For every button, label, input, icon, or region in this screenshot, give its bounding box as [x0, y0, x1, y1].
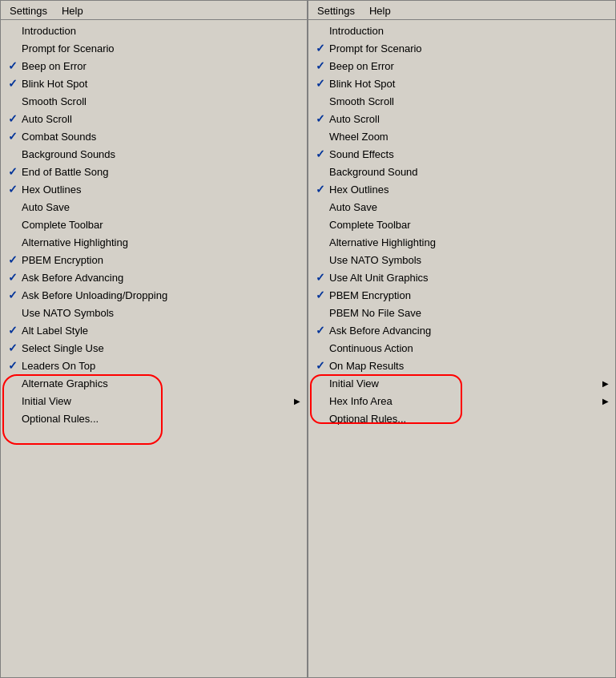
- menu-item-on-map-results[interactable]: ✓On Map Results: [308, 357, 615, 374]
- check-area: ✓: [4, 324, 22, 337]
- check-area: ✓: [4, 59, 22, 72]
- circled-group: Alternate GraphicsInitial View▶Optional …: [1, 374, 307, 427]
- left-panel: Settings Help IntroductionPrompt for Sce…: [0, 0, 308, 678]
- menu-item-label: Prompt for Scenario: [22, 42, 300, 54]
- menu-item-pbem-no-file-save[interactable]: PBEM No File Save: [308, 304, 615, 321]
- right-panel: Settings Help Introduction✓Prompt for Sc…: [308, 0, 616, 678]
- menu-item-alt-label-style[interactable]: ✓Alt Label Style: [1, 321, 307, 339]
- check-area: ✓: [312, 42, 329, 54]
- menu-item-prompt-for-scenario[interactable]: Prompt for Scenario: [1, 39, 307, 57]
- menu-item-optional-rules---[interactable]: Optional Rules...: [308, 410, 615, 427]
- check-area: ✓: [4, 130, 22, 143]
- menu-item-label: Smooth Scroll: [329, 95, 609, 107]
- menu-item-pbem-encryption[interactable]: ✓PBEM Encryption: [308, 286, 615, 304]
- check-area: ✓: [312, 112, 329, 125]
- checkmark-icon: ✓: [316, 112, 325, 125]
- menu-item-end-of-battle-song[interactable]: ✓End of Battle Song: [1, 163, 307, 180]
- menu-item-auto-save[interactable]: Auto Save: [1, 198, 307, 216]
- menu-item-label: Ask Before Unloading/Dropping: [22, 289, 300, 301]
- menu-item-beep-on-error[interactable]: ✓Beep on Error: [308, 57, 615, 75]
- checkmark-icon: ✓: [8, 341, 18, 354]
- menu-item-leaders-on-top[interactable]: ✓Leaders On Top: [1, 357, 307, 374]
- check-area: ✓: [4, 289, 22, 301]
- menu-item-ask-before-advancing[interactable]: ✓Ask Before Advancing: [1, 268, 307, 286]
- right-settings-menu[interactable]: Settings: [310, 2, 362, 19]
- menu-item-complete-toolbar[interactable]: Complete Toolbar: [308, 216, 615, 233]
- menu-item-label: Introduction: [22, 25, 300, 37]
- menu-item-prompt-for-scenario[interactable]: ✓Prompt for Scenario: [308, 39, 615, 57]
- menu-item-initial-view[interactable]: Initial View▶: [308, 374, 615, 392]
- menu-item-label: Smooth Scroll: [22, 95, 300, 107]
- menu-item-blink-hot-spot[interactable]: ✓Blink Hot Spot: [308, 75, 615, 92]
- menu-item-initial-view[interactable]: Initial View▶: [1, 392, 307, 410]
- menu-item-label: Hex Outlines: [22, 184, 300, 196]
- left-settings-menu[interactable]: Settings: [2, 2, 54, 19]
- menu-item-select-single-use[interactable]: ✓Select Single Use: [1, 339, 307, 357]
- menu-item-complete-toolbar[interactable]: Complete Toolbar: [1, 216, 307, 233]
- menu-item-introduction[interactable]: Introduction: [1, 22, 307, 39]
- menu-item-background-sound[interactable]: Background Sound: [308, 163, 615, 180]
- menu-item-label: Use NATO Symbols: [22, 307, 300, 319]
- menu-item-use-alt-unit-graphics[interactable]: ✓Use Alt Unit Graphics: [308, 268, 615, 286]
- menu-item-label: On Map Results: [329, 360, 609, 372]
- menu-item-beep-on-error[interactable]: ✓Beep on Error: [1, 57, 307, 75]
- menu-item-ask-before-unloading-dropping[interactable]: ✓Ask Before Unloading/Dropping: [1, 286, 307, 304]
- menu-item-label: Sound Effects: [329, 148, 609, 160]
- left-help-menu[interactable]: Help: [54, 2, 91, 19]
- menu-item-label: Hex Outlines: [329, 184, 609, 196]
- menu-item-label: PBEM Encryption: [329, 289, 609, 301]
- menu-item-auto-save[interactable]: Auto Save: [308, 198, 615, 216]
- menu-item-background-sounds[interactable]: Background Sounds: [1, 145, 307, 163]
- menu-item-alternate-graphics[interactable]: Alternate Graphics: [1, 374, 307, 392]
- menu-item-label: Ask Before Advancing: [22, 272, 300, 284]
- check-area: ✓: [4, 253, 22, 266]
- menu-item-ask-before-advancing[interactable]: ✓Ask Before Advancing: [308, 321, 615, 339]
- submenu-arrow-icon: ▶: [602, 397, 609, 406]
- menu-item-combat-sounds[interactable]: ✓Combat Sounds: [1, 127, 307, 145]
- menu-item-label: PBEM No File Save: [329, 307, 609, 319]
- menu-item-alternative-highlighting[interactable]: Alternative Highlighting: [308, 233, 615, 251]
- menu-item-label: Complete Toolbar: [329, 219, 609, 231]
- menu-item-label: Ask Before Advancing: [329, 325, 609, 337]
- menu-item-blink-hot-spot[interactable]: ✓Blink Hot Spot: [1, 75, 307, 92]
- menu-item-pbem-encryption[interactable]: ✓PBEM Encryption: [1, 251, 307, 268]
- menu-item-label: Optional Rules...: [329, 413, 609, 425]
- checkmark-icon: ✓: [8, 183, 18, 196]
- check-area: ✓: [312, 271, 329, 284]
- check-area: ✓: [312, 77, 329, 90]
- menu-item-hex-outlines[interactable]: ✓Hex Outlines: [1, 180, 307, 198]
- checkmark-icon: ✓: [8, 112, 18, 125]
- menu-item-label: Initial View: [22, 395, 294, 407]
- menu-item-auto-scroll[interactable]: ✓Auto Scroll: [308, 110, 615, 127]
- checkmark-icon: ✓: [316, 359, 325, 372]
- check-area: ✓: [4, 77, 22, 90]
- checkmark-icon: ✓: [316, 42, 325, 54]
- checkmark-icon: ✓: [316, 59, 325, 72]
- check-area: ✓: [312, 183, 329, 196]
- menu-item-label: Alternate Graphics: [22, 377, 300, 389]
- menu-item-label: Combat Sounds: [22, 131, 300, 143]
- check-area: ✓: [312, 59, 329, 72]
- menu-item-sound-effects[interactable]: ✓Sound Effects: [308, 145, 615, 163]
- menu-item-smooth-scroll[interactable]: Smooth Scroll: [1, 92, 307, 110]
- menu-item-use-nato-symbols[interactable]: Use NATO Symbols: [1, 304, 307, 321]
- menu-item-label: Alternative Highlighting: [22, 236, 300, 248]
- menu-item-smooth-scroll[interactable]: Smooth Scroll: [308, 92, 615, 110]
- right-help-menu[interactable]: Help: [362, 2, 398, 19]
- menu-item-optional-rules---[interactable]: Optional Rules...: [1, 410, 307, 427]
- menu-item-label: Auto Save: [329, 201, 609, 213]
- checkmark-icon: ✓: [316, 289, 325, 301]
- menu-item-continuous-action[interactable]: Continuous Action: [308, 339, 615, 357]
- menu-item-auto-scroll[interactable]: ✓Auto Scroll: [1, 110, 307, 127]
- menu-item-hex-info-area[interactable]: Hex Info Area▶: [308, 392, 615, 410]
- menu-item-use-nato-symbols[interactable]: Use NATO Symbols: [308, 251, 615, 268]
- menu-item-wheel-zoom[interactable]: Wheel Zoom: [308, 127, 615, 145]
- menu-item-hex-outlines[interactable]: ✓Hex Outlines: [308, 180, 615, 198]
- menu-item-label: Wheel Zoom: [329, 131, 609, 143]
- menu-item-label: Auto Scroll: [329, 113, 609, 125]
- menu-item-introduction[interactable]: Introduction: [308, 22, 615, 39]
- menu-item-label: Introduction: [329, 25, 609, 37]
- menu-item-label: Use Alt Unit Graphics: [329, 272, 609, 284]
- menu-item-label: Auto Save: [22, 201, 300, 213]
- menu-item-alternative-highlighting[interactable]: Alternative Highlighting: [1, 233, 307, 251]
